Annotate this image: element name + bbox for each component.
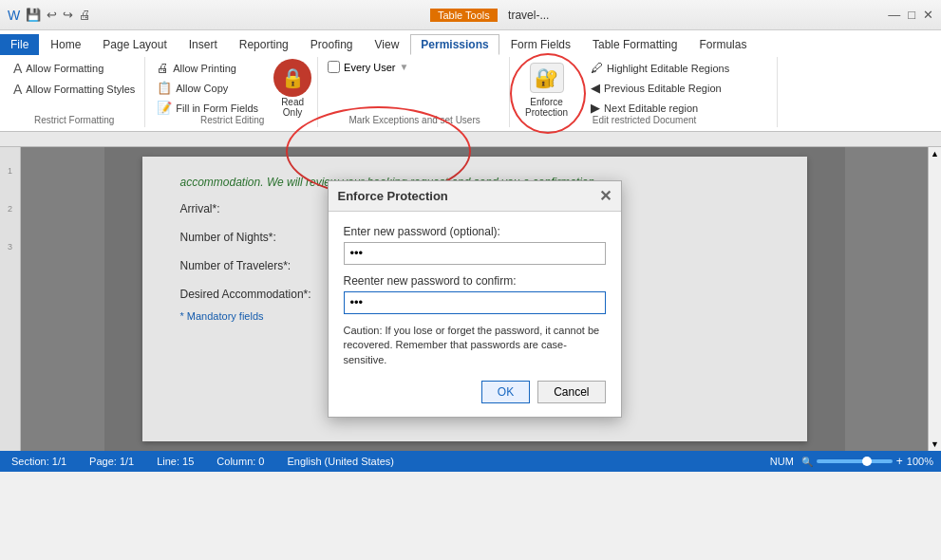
title-bar-center: Table Tools travel-... <box>91 9 888 22</box>
allow-printing-icon: 🖨 <box>157 61 169 75</box>
modal-overlay: Enforce Protection ✕ Enter new password … <box>104 147 845 451</box>
every-user-label: Every User <box>344 62 395 73</box>
status-bar: Section: 1/1 Page: 1/1 Line: 15 Column: … <box>0 451 941 472</box>
allow-copy-icon: 📋 <box>157 81 172 95</box>
password1-label: Enter new password (optional): <box>344 225 606 238</box>
allow-formatting-styles-icon: A <box>13 82 22 97</box>
every-user-checkbox[interactable] <box>328 61 340 73</box>
restrict-formatting-label: Restrict Formatting <box>4 115 144 125</box>
password2-label: Reenter new password to confirm: <box>344 274 606 288</box>
zoom-level: 100% <box>907 456 933 467</box>
doc-page: accommodation. We will review your booki… <box>142 157 807 441</box>
modal-title: Enforce Protection <box>338 189 448 203</box>
doc-scroll-area: 1 2 3 accommodation. We will review your… <box>0 147 941 451</box>
highlight-col: 🖊 Highlight Editable Regions ◀ Previous … <box>587 59 733 117</box>
qat-print[interactable]: 🖨 <box>79 8 91 22</box>
password1-input[interactable] <box>344 242 606 265</box>
read-only-lock-icon: 🔒 <box>273 59 311 97</box>
mark-exceptions-label: Mark Exceptions and set Users <box>320 115 509 125</box>
editing-col: 🖨 Allow Printing 📋 Allow Copy 📝 Fill in … <box>153 59 262 117</box>
modal-caution-text: Caution: If you lose or forget the passw… <box>344 324 606 367</box>
zoom-in-icon[interactable]: + <box>896 455 903 468</box>
allow-copy-btn[interactable]: 📋 Allow Copy <box>153 79 262 97</box>
scroll-down-btn[interactable]: ▼ <box>929 438 941 451</box>
enforce-protection-modal: Enforce Protection ✕ Enter new password … <box>328 180 622 418</box>
modal-ok-btn[interactable]: OK <box>481 381 530 403</box>
group-mark-exceptions: Every User ▼ Mark Exceptions and set Use… <box>320 57 510 127</box>
tab-page-layout[interactable]: Page Layout <box>92 34 177 55</box>
tab-view[interactable]: View <box>365 34 410 55</box>
allow-formatting-btn[interactable]: A Allow Formatting <box>9 59 139 78</box>
formatting-col: A Allow Formatting A Allow Formatting St… <box>9 59 139 99</box>
tab-permissions[interactable]: Permissions <box>410 34 499 55</box>
allow-printing-label: Allow Printing <box>173 63 236 74</box>
close-btn[interactable]: ✕ <box>923 8 933 22</box>
status-language: English (United States) <box>283 456 398 467</box>
tab-formulas[interactable]: Formulas <box>688 34 757 55</box>
allow-formatting-styles-btn[interactable]: A Allow Formatting Styles <box>9 80 139 99</box>
status-section: Section: 1/1 <box>8 456 70 467</box>
group-restrict-formatting: A Allow Formatting A Allow Formatting St… <box>4 57 145 127</box>
highlight-editable-btn[interactable]: 🖊 Highlight Editable Regions <box>587 59 733 77</box>
highlight-editable-label: Highlight Editable Regions <box>607 63 729 74</box>
modal-buttons: OK Cancel <box>344 381 606 403</box>
document-title: travel-... <box>508 9 549 22</box>
tab-home[interactable]: Home <box>40 34 91 55</box>
modal-title-bar: Enforce Protection ✕ <box>329 181 621 212</box>
minimize-btn[interactable]: — <box>888 8 900 22</box>
status-page: Page: 1/1 <box>85 456 138 467</box>
status-column: Column: 0 <box>213 456 268 467</box>
exceptions-col: Every User ▼ <box>326 59 410 75</box>
ribbon-tabs: File Home Page Layout Insert Reporting P… <box>0 30 941 55</box>
modal-close-btn[interactable]: ✕ <box>599 187 612 205</box>
tab-form-fields[interactable]: Form Fields <box>500 34 581 55</box>
next-editable-label: Next Editable region <box>604 103 698 114</box>
allow-formatting-styles-label: Allow Formatting Styles <box>26 84 135 95</box>
scroll-up-btn[interactable]: ▲ <box>929 147 941 160</box>
fill-form-fields-label: Fill in Form Fields <box>176 103 258 114</box>
qat-save[interactable]: 💾 <box>26 8 41 22</box>
document-wrapper: 1 2 3 accommodation. We will review your… <box>0 132 941 451</box>
allow-copy-label: Allow Copy <box>176 83 228 94</box>
zoom-out-icon[interactable]: 🔍 <box>801 457 813 467</box>
qat-undo[interactable]: ↩ <box>47 8 57 22</box>
every-user-dropdown[interactable]: Every User ▼ <box>326 59 410 75</box>
modal-body: Enter new password (optional): Reenter n… <box>329 212 621 417</box>
fill-form-fields-icon: 📝 <box>157 101 172 115</box>
allow-formatting-icon: A <box>13 61 22 76</box>
tab-proofing[interactable]: Proofing <box>300 34 364 55</box>
allow-formatting-label: Allow Formatting <box>26 63 104 74</box>
zoom-bar: 🔍 + 100% <box>801 455 933 468</box>
right-scrollbar[interactable]: ▲ ▼ <box>928 147 941 451</box>
status-line: Line: 15 <box>153 456 198 467</box>
status-right: NUM 🔍 + 100% <box>770 455 933 468</box>
previous-editable-label: Previous Editable Region <box>604 83 722 94</box>
read-only-btn[interactable]: 🔒 ReadOnly <box>273 59 311 118</box>
dropdown-arrow[interactable]: ▼ <box>399 62 408 72</box>
page-area: accommodation. We will review your booki… <box>21 147 928 451</box>
allow-printing-btn[interactable]: 🖨 Allow Printing <box>153 59 262 77</box>
password2-input[interactable] <box>344 291 606 314</box>
ribbon: File Home Page Layout Insert Reporting P… <box>0 30 941 132</box>
highlight-icon: 🖊 <box>591 61 603 75</box>
tab-reporting[interactable]: Reporting <box>229 34 299 55</box>
modal-cancel-btn[interactable]: Cancel <box>537 381 605 403</box>
title-bar-right: — □ ✕ <box>888 8 933 22</box>
status-num: NUM <box>770 456 794 467</box>
enforce-protection-btn[interactable]: 🔐 EnforceProtection <box>518 59 575 121</box>
enforce-protection-icon: 🔐 <box>530 63 564 93</box>
tab-insert[interactable]: Insert <box>179 34 228 55</box>
tab-file[interactable]: File <box>0 34 39 55</box>
edit-restricted-label: Edit restricted Document <box>512 115 777 125</box>
maximize-btn[interactable]: □ <box>908 8 915 22</box>
zoom-track[interactable] <box>817 459 893 463</box>
left-ruler: 1 2 3 <box>0 147 21 451</box>
zoom-thumb[interactable] <box>862 457 872 466</box>
previous-editable-btn[interactable]: ◀ Previous Editable Region <box>587 79 733 97</box>
next-icon: ▶ <box>591 101 600 115</box>
previous-icon: ◀ <box>591 81 600 95</box>
tab-table-formatting[interactable]: Table Formatting <box>582 34 687 55</box>
qat-redo[interactable]: ↪ <box>63 8 73 22</box>
title-bar: W 💾 ↩ ↪ 🖨 Table Tools travel-... — □ ✕ <box>0 0 941 30</box>
app-icon: W <box>8 8 20 23</box>
